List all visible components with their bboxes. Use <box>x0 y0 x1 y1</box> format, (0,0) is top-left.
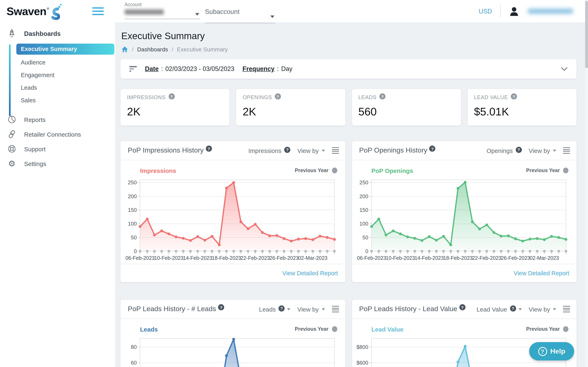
previous-year-toggle[interactable]: Previous Year <box>295 167 337 173</box>
previous-year-toggle[interactable]: Previous Year <box>526 326 568 332</box>
help-tooltip-icon[interactable]: ? <box>516 147 522 153</box>
view-by-selector[interactable]: View by <box>297 306 319 313</box>
home-icon[interactable] <box>121 46 128 53</box>
filter-summary: Date: 02/03/2023 - 03/05/2023 Frequency:… <box>145 65 292 73</box>
line-chart[interactable]: 25020015010050006-Feb-202310-Feb-202314-… <box>124 177 339 264</box>
scrollbar-thumb[interactable] <box>585 1 588 68</box>
previous-year-label: Previous Year <box>526 326 560 332</box>
active-group-rail <box>9 44 10 116</box>
svg-text:200: 200 <box>359 193 368 200</box>
chevron-down-icon[interactable] <box>561 67 568 71</box>
chart-menu-icon[interactable] <box>563 306 570 312</box>
help-tooltip-icon[interactable]: ? <box>510 305 516 311</box>
help-tooltip-icon[interactable]: ? <box>284 147 290 153</box>
kpi-value: 560 <box>358 106 454 118</box>
line-chart[interactable]: 25020015010050006-Feb-202310-Feb-202314-… <box>355 177 571 264</box>
sidebar-item-engagement[interactable]: Engagement <box>21 69 115 82</box>
chart-title: PoP Leads History - # Leads <box>128 305 216 313</box>
svg-text:100: 100 <box>359 221 368 227</box>
sidebar-item-reports[interactable]: Reports <box>0 112 115 127</box>
metric-selector[interactable]: Lead Value <box>476 306 507 313</box>
filter-icon <box>130 66 137 72</box>
subaccount-placeholder: Subaccount <box>205 7 275 17</box>
series-legend-label: Lead Value <box>371 325 403 333</box>
main-content: Executive Summary / Dashboards / Executi… <box>115 22 588 367</box>
svg-text:100: 100 <box>128 221 137 227</box>
chevron-down-icon[interactable] <box>195 13 199 16</box>
help-tooltip-icon[interactable]: ? <box>168 93 174 100</box>
previous-year-toggle[interactable]: Previous Year <box>295 326 337 332</box>
filter-bar[interactable]: Date: 02/03/2023 - 03/05/2023 Frequency:… <box>121 59 577 79</box>
kpi-value: 2K <box>127 106 223 118</box>
help-tooltip-icon[interactable]: ? <box>429 146 435 152</box>
svg-text:0: 0 <box>365 248 368 254</box>
kpi-value: $5.01K <box>474 106 570 118</box>
series-legend-label: Impressions <box>140 167 176 174</box>
account-value-blurred[interactable] <box>125 9 164 15</box>
sidebar-item-audience[interactable]: Audience <box>21 56 115 69</box>
svg-text:26-Feb-2023: 26-Feb-2023 <box>501 255 530 261</box>
sidebar-item-sales[interactable]: Sales <box>21 94 115 107</box>
help-button[interactable]: ? Help <box>529 342 574 360</box>
sidebar-item-label: Retailer Connections <box>24 131 81 138</box>
breadcrumb: / Dashboards / Executive Summary <box>121 46 577 53</box>
metric-selector[interactable]: Openings <box>486 147 513 154</box>
chevron-down-icon[interactable] <box>321 308 325 310</box>
view-detailed-report-link[interactable]: View Detailed Report <box>514 270 569 276</box>
help-tooltip-icon[interactable]: ? <box>511 93 517 100</box>
pie-chart-icon <box>7 115 16 124</box>
help-tooltip-icon[interactable]: ? <box>379 93 385 100</box>
help-tooltip-icon[interactable]: ? <box>459 304 466 310</box>
sidebar-item-settings[interactable]: ⚙ Settings <box>0 156 115 171</box>
account-select[interactable]: Account <box>125 2 200 19</box>
brand-logo[interactable]: Swaven ® <box>7 4 63 20</box>
view-by-selector[interactable]: View by <box>297 147 319 154</box>
previous-year-label: Previous Year <box>295 167 329 173</box>
metric-selector[interactable]: Impressions <box>249 147 282 154</box>
sidebar-item-label: Support <box>24 145 45 152</box>
view-by-selector[interactable]: View by <box>528 147 550 154</box>
chevron-down-icon[interactable] <box>553 308 556 310</box>
svg-text:06-Feb-2023: 06-Feb-2023 <box>125 255 155 261</box>
view-by-selector[interactable]: View by <box>528 306 550 313</box>
chevron-down-icon[interactable] <box>321 150 325 151</box>
help-tooltip-icon[interactable]: ? <box>206 146 212 152</box>
line-chart[interactable]: 80604020006-Feb-202310-Feb-202314-Feb-20… <box>124 336 339 367</box>
frequency-filter-value: Day <box>281 65 292 73</box>
chart-menu-icon[interactable] <box>563 147 570 154</box>
currency-selector[interactable]: USD <box>479 8 492 15</box>
help-tooltip-icon[interactable]: ? <box>278 305 285 311</box>
date-filter-value: 02/03/2023 - 03/05/2023 <box>165 65 234 73</box>
user-avatar-icon[interactable] <box>509 6 519 17</box>
link-icon <box>7 130 16 139</box>
gear-icon: ⚙ <box>7 159 16 168</box>
sidebar-item-leads[interactable]: Leads <box>21 82 115 94</box>
hamburger-menu-button[interactable] <box>92 7 104 15</box>
subaccount-select[interactable]: Subaccount <box>205 2 275 23</box>
chevron-down-icon[interactable] <box>518 308 522 310</box>
kpi-label: LEAD VALUE <box>474 94 508 100</box>
help-tooltip-icon[interactable]: ? <box>218 304 224 310</box>
svg-text:150: 150 <box>359 207 368 213</box>
help-tooltip-icon[interactable]: ? <box>275 93 281 100</box>
chart-menu-icon[interactable] <box>332 306 339 312</box>
previous-year-toggle[interactable]: Previous Year <box>526 167 568 173</box>
sidebar-section-dashboards[interactable]: Dashboards <box>7 29 115 38</box>
svg-text:02-Mar-2023: 02-Mar-2023 <box>530 255 559 261</box>
dashboards-group: Executive SummaryAudienceEngagementLeads… <box>0 44 115 107</box>
metric-selector[interactable]: Leads <box>259 306 276 313</box>
chevron-down-icon[interactable] <box>553 150 556 151</box>
chevron-down-icon[interactable] <box>287 308 290 310</box>
registered-mark: ® <box>47 7 49 11</box>
previous-year-dot <box>332 167 337 173</box>
username-blurred[interactable] <box>527 8 573 14</box>
chevron-down-icon[interactable] <box>270 16 274 18</box>
breadcrumb-dashboards[interactable]: Dashboards <box>137 46 168 53</box>
sidebar-item-executive-summary[interactable]: Executive Summary <box>16 44 114 55</box>
sidebar-item-support[interactable]: Support <box>0 142 115 156</box>
kpi-label: OPENINGS <box>243 94 272 100</box>
chart-menu-icon[interactable] <box>332 147 339 154</box>
view-detailed-report-link[interactable]: View Detailed Report <box>282 270 338 276</box>
breadcrumb-current: Executive Summary <box>177 46 228 53</box>
sidebar-item-retailer-connections[interactable]: Retailer Connections <box>0 127 115 142</box>
